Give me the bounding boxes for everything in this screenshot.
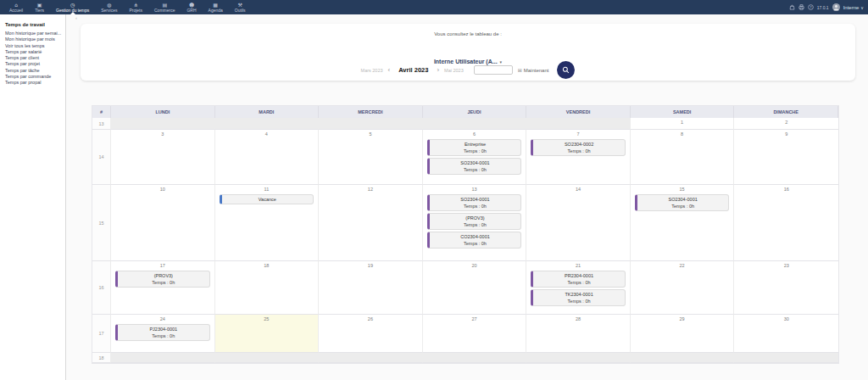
calendar-event[interactable]: (PROV3)Temps : 0h (427, 213, 522, 230)
week-number[interactable]: 18 (92, 353, 111, 363)
topmenu-services[interactable]: ◍Services (95, 0, 123, 14)
topmenu-commerce[interactable]: ▤Commerce (148, 0, 181, 14)
day-cell[interactable]: 13SO2304-0001Temps : 0h(PROV3)Temps : 0h… (423, 185, 527, 261)
sidebar-item-2[interactable]: Voir tous les temps (0, 43, 65, 49)
day-cell[interactable]: 9 (734, 130, 838, 185)
calendar-event[interactable]: SO2304-0001Temps : 0h (427, 158, 522, 175)
sidebar-item-1[interactable]: Mon historique par mois (0, 36, 65, 42)
day-number: 13 (423, 185, 526, 193)
day-cell[interactable]: 30 (734, 315, 838, 353)
day-cell[interactable] (734, 353, 838, 363)
topmenu-label: Services (101, 8, 117, 13)
day-cell[interactable]: 26 (319, 315, 423, 353)
bag-icon[interactable] (789, 4, 795, 10)
sidebar-item-7[interactable]: Temps par commande (0, 74, 65, 80)
day-cell[interactable]: 14 (526, 185, 631, 261)
day-cell[interactable]: 17(PROV3)Temps : 0h (111, 261, 215, 315)
week-number[interactable]: 14 (92, 130, 111, 185)
sidebar-collapse-icon[interactable]: ‹ (75, 15, 77, 20)
day-cell[interactable] (631, 353, 735, 363)
day-cell[interactable] (215, 118, 320, 130)
day-cell[interactable]: 3 (111, 130, 215, 185)
search-button[interactable] (557, 61, 575, 79)
week-number[interactable]: 15 (92, 185, 111, 261)
day-cell[interactable]: 28 (526, 315, 631, 353)
week-number[interactable]: 13 (92, 118, 111, 130)
day-cell[interactable]: 5 (319, 130, 423, 185)
sidebar-item-0[interactable]: Mon historique par semai... (0, 31, 65, 36)
day-cell[interactable]: 21PR2304-0001Temps : 0hTK2304-0001Temps … (526, 261, 631, 315)
day-cell[interactable]: 7SO2304-0002Temps : 0h (526, 130, 631, 185)
calendar-event[interactable]: PR2304-0001Temps : 0h (531, 271, 626, 288)
topmenu-projects[interactable]: ⋔Projets (123, 0, 148, 14)
day-cell[interactable]: 18 (215, 261, 320, 315)
calendar-event[interactable]: EntrepriseTemps : 0h (427, 139, 522, 156)
calendar-event[interactable]: SO2304-0001Temps : 0h (427, 194, 522, 211)
day-cell[interactable]: 24PJ2304-0001Temps : 0h (111, 315, 215, 353)
avatar[interactable] (832, 3, 840, 11)
day-cell[interactable]: 27 (423, 315, 527, 353)
calendar-event[interactable]: SO2304-0002Temps : 0h (531, 139, 626, 156)
day-cell[interactable]: 20 (423, 261, 527, 315)
day-number: 26 (319, 315, 422, 322)
topmenu-time-management[interactable]: ◷Gestion du temps (50, 0, 95, 14)
printer-icon[interactable] (798, 4, 804, 10)
chevron-left-icon[interactable]: ‹ (388, 67, 391, 74)
day-cell[interactable]: 29 (631, 315, 735, 353)
day-cell[interactable] (423, 118, 527, 130)
day-cell[interactable] (319, 118, 423, 130)
day-number: 1 (631, 118, 734, 126)
next-month-link[interactable]: Mai 2023 (444, 68, 464, 73)
day-cell[interactable] (423, 353, 527, 363)
sidebar-item-4[interactable]: Temps par client (0, 55, 65, 61)
day-cell[interactable]: 11Vacance (215, 185, 320, 261)
day-cell[interactable]: 4 (215, 130, 320, 185)
day-cell[interactable]: 19 (319, 261, 423, 315)
topmenu-third-parties[interactable]: ▣Tiers (29, 0, 50, 14)
day-cell[interactable]: 6EntrepriseTemps : 0hSO2304-0001Temps : … (423, 130, 527, 185)
topmenu-tools[interactable]: ⚒Outils (229, 0, 252, 14)
sidebar-item-5[interactable]: Temps par projet (0, 61, 65, 67)
dolibarr-app: ⌂Accueil▣Tiers◷Gestion du temps◍Services… (0, 0, 868, 380)
week-number[interactable]: 17 (92, 315, 111, 353)
chevron-right-icon[interactable]: › (437, 67, 439, 74)
day-cell[interactable]: 15SO2304-0001Temps : 0h (631, 185, 735, 261)
day-cell[interactable] (111, 353, 215, 363)
calendar-event[interactable]: CO2304-0001Temps : 0h (427, 232, 522, 249)
help-icon[interactable]: ? (808, 4, 814, 10)
week-number[interactable]: 16 (92, 261, 111, 315)
day-cell[interactable] (111, 118, 215, 130)
calendar-event[interactable]: SO2304-0001Temps : 0h (635, 194, 730, 211)
topmenu-home[interactable]: ⌂Accueil (3, 0, 29, 14)
day-header: LUNDI (111, 106, 215, 118)
day-cell[interactable] (319, 353, 423, 363)
calendar-event[interactable]: Vacance (220, 194, 314, 204)
user-menu[interactable]: Interne ∨ (843, 5, 864, 10)
prev-month-link[interactable]: Mars 2023 (361, 68, 383, 73)
day-cell[interactable]: 12 (319, 185, 423, 261)
sidebar-item-6[interactable]: Temps par tâche (0, 68, 65, 74)
day-cell[interactable]: 23 (734, 261, 838, 315)
day-number: 29 (631, 315, 734, 322)
sidebar-item-3[interactable]: Temps par salarié (0, 49, 65, 55)
now-button[interactable]: ⊞ Maintenant (518, 67, 549, 73)
calendar-event[interactable]: TK2304-0001Temps : 0h (531, 289, 626, 306)
topmenu-hr[interactable]: ☻GRH (181, 0, 202, 14)
day-cell[interactable]: 1 (631, 118, 735, 130)
sidebar-item-8[interactable]: Temps par propal (0, 80, 65, 86)
topmenu-agenda[interactable]: ▦Agenda (203, 0, 229, 14)
day-cell[interactable]: 8 (631, 130, 735, 185)
day-cell[interactable] (215, 353, 320, 363)
day-cell[interactable] (526, 118, 631, 130)
day-cell[interactable]: 2 (734, 118, 838, 130)
day-cell[interactable]: 22 (631, 261, 735, 315)
calendar-event[interactable]: (PROV3)Temps : 0h (115, 271, 210, 288)
date-input[interactable] (474, 65, 513, 75)
day-cell[interactable]: 16 (734, 185, 838, 261)
day-cell[interactable]: 25 (215, 315, 320, 353)
calendar-event[interactable]: PJ2304-0001Temps : 0h (115, 324, 210, 341)
topmenu-label: Commerce (154, 8, 175, 13)
day-cell[interactable]: 10 (111, 185, 215, 261)
day-cell[interactable] (526, 353, 631, 363)
event-title: SO2304-0001 (430, 196, 521, 203)
